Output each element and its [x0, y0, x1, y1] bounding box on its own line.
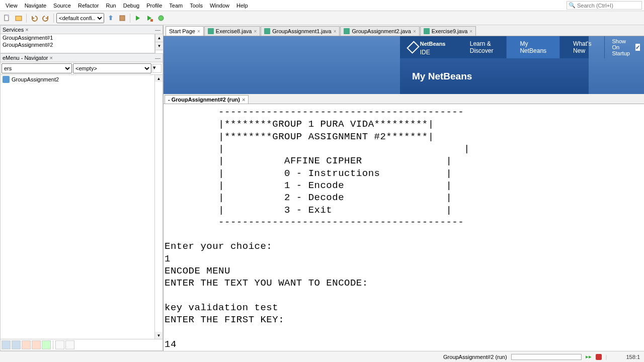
profile-button[interactable] [156, 13, 166, 23]
run-button[interactable] [133, 13, 143, 23]
quick-search[interactable]: 🔍 [567, 1, 642, 10]
tab-groupassignment2[interactable]: GroupAssignment2.java × [340, 26, 419, 36]
close-icon[interactable]: × [242, 97, 245, 103]
menu-source[interactable]: Source [50, 1, 74, 10]
project-item-2[interactable]: GroupAssignment#2 [1, 41, 154, 48]
debug-button[interactable] [144, 13, 154, 23]
search-icon: 🔍 [569, 2, 576, 9]
close-icon[interactable]: × [25, 27, 28, 33]
menu-help[interactable]: Help [233, 1, 252, 10]
menu-refactor[interactable]: Refactor [74, 1, 103, 10]
minimize-icon[interactable]: — [155, 27, 160, 33]
undo-button[interactable] [29, 13, 39, 23]
menu-navigate[interactable]: Navigate [21, 1, 50, 10]
nav-learn-discover[interactable]: Learn & Discover [457, 36, 507, 58]
menu-window[interactable]: Window [206, 1, 233, 10]
nav-sort-2[interactable] [65, 340, 74, 349]
minimize-icon[interactable]: — [155, 55, 160, 61]
nav-filter-3[interactable] [22, 340, 31, 349]
close-icon[interactable]: × [413, 29, 416, 34]
clean-build-button[interactable] [117, 13, 127, 23]
nav-filter-2[interactable] [12, 340, 21, 349]
history-button[interactable]: ▾ [152, 64, 162, 73]
output-console[interactable]: ----------------------------------------… [164, 104, 644, 351]
toolbar: <default confi... [0, 11, 644, 25]
tab-label: Exercise8.java [216, 28, 252, 34]
tab-groupassignment1[interactable]: GroupAssignment1.java × [261, 26, 340, 36]
project-item-1[interactable]: GroupAssignment#1 [1, 34, 154, 41]
svg-rect-3 [120, 16, 125, 21]
start-page: NetBeans IDE Learn & Discover My NetBean… [164, 36, 644, 94]
netbeans-logo: NetBeans IDE [400, 36, 457, 58]
output-tabs: - GroupAssignment#2 (run) × [164, 94, 644, 104]
tab-exercise9[interactable]: Exercise9.java × [420, 26, 476, 36]
search-input[interactable] [577, 3, 640, 9]
navigator-selectors: ers <empty> ▾ [0, 62, 163, 75]
build-button[interactable] [106, 13, 116, 23]
startpage-banner: My NetBeans [400, 58, 589, 94]
nav-filter-5[interactable] [42, 340, 51, 349]
projects-list[interactable]: GroupAssignment#1 GroupAssignment#2 [0, 34, 155, 53]
close-icon[interactable]: × [197, 29, 200, 34]
run-status: GroupAssignment#2 (run) ▸▸ | 158:1 [443, 353, 640, 360]
tab-exercise8[interactable]: Exercise8.java × [204, 26, 260, 36]
menu-tools[interactable]: Tools [186, 1, 206, 10]
new-file-button[interactable] [2, 13, 12, 23]
startpage-nav: NetBeans IDE Learn & Discover My NetBean… [400, 36, 589, 58]
nav-my-netbeans[interactable]: My NetBeans [507, 36, 560, 58]
menu-view[interactable]: View [2, 1, 21, 10]
scroll-up-icon[interactable]: ▲ [155, 34, 163, 42]
navigator-label: eMenu - Navigator [3, 55, 48, 61]
menu-profile[interactable]: Profile [143, 1, 166, 10]
close-icon[interactable]: × [469, 29, 472, 34]
menu-run[interactable]: Run [103, 1, 120, 10]
nav-class-item[interactable]: GroupAssignment2 [1, 75, 163, 84]
menu-debug[interactable]: Debug [120, 1, 143, 10]
redo-button[interactable] [41, 13, 51, 23]
scroll-down-icon[interactable]: ▼ [155, 42, 163, 50]
run-config-select[interactable]: <default confi... [56, 13, 104, 23]
status-bar: GroupAssignment#2 (run) ▸▸ | 158:1 [0, 351, 644, 362]
filter-select[interactable]: <empty> [73, 63, 151, 73]
nav-whats-new[interactable]: What's New [560, 36, 605, 58]
navigator-toolbar [0, 339, 163, 351]
scroll-controls: ▲ ▼ [155, 34, 163, 53]
close-icon[interactable]: × [50, 55, 53, 61]
running-indicator-icon: ▸▸ [586, 353, 592, 360]
svg-rect-2 [16, 16, 22, 21]
scope-select[interactable]: ers [2, 63, 72, 73]
nav-sort-1[interactable] [55, 340, 64, 349]
tab-start-page[interactable]: Start Page × [166, 26, 204, 36]
new-project-button[interactable] [14, 13, 24, 23]
navigator-content[interactable]: GroupAssignment2 ▲ ▼ [0, 75, 163, 339]
services-panel-header[interactable]: Services × — [0, 25, 163, 34]
output-tab-label: - GroupAssignment#2 (run) [168, 97, 240, 103]
banner-title: My NetBeans [412, 71, 472, 82]
separator [26, 14, 27, 23]
navigator-header[interactable]: eMenu - Navigator × — [0, 53, 163, 62]
stop-button[interactable] [596, 354, 602, 360]
cursor-position: 158:1 [626, 354, 640, 360]
logo-text: NetBeans IDE [420, 39, 448, 56]
separator [53, 14, 54, 23]
checkbox-checked-icon[interactable]: ✓ [635, 44, 640, 51]
nav-filter-4[interactable] [32, 340, 41, 349]
java-icon [208, 28, 214, 34]
services-label: Services [3, 27, 24, 33]
separator [130, 14, 130, 23]
navigator-panel: eMenu - Navigator × — ers <empty> ▾ Grou… [0, 53, 163, 351]
show-on-startup-toggle[interactable]: Show On Startup ✓ [605, 38, 644, 56]
tab-label: GroupAssignment1.java [272, 28, 331, 34]
nav-filter-1[interactable] [2, 340, 11, 349]
close-icon[interactable]: × [254, 29, 257, 34]
menu-team[interactable]: Team [166, 1, 186, 10]
main-area: Services × — GroupAssignment#1 GroupAssi… [0, 25, 644, 351]
svg-rect-1 [7, 15, 9, 17]
svg-point-5 [158, 16, 164, 21]
output-run-tab[interactable]: - GroupAssignment#2 (run) × [165, 95, 249, 104]
scroll-down-icon[interactable]: ▼ [155, 332, 163, 339]
scroll-up-icon[interactable]: ▲ [155, 75, 163, 82]
close-icon[interactable]: × [334, 29, 337, 34]
left-sidebar: Services × — GroupAssignment#1 GroupAssi… [0, 25, 164, 351]
menu-bar: View Navigate Source Refactor Run Debug … [0, 0, 644, 11]
